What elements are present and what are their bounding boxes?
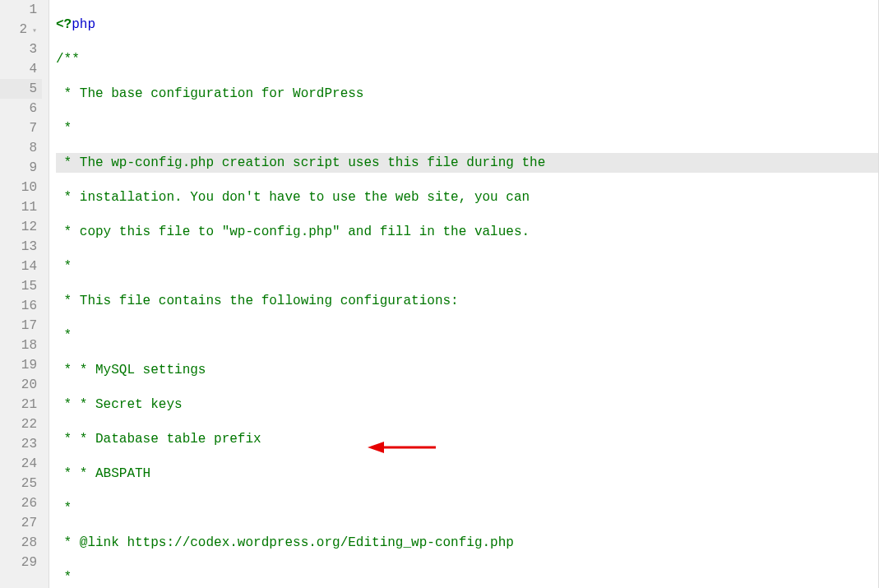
line-number: 11	[0, 197, 42, 217]
line-number: 20	[0, 375, 42, 395]
line-number: 19	[0, 355, 42, 375]
line-number: 14	[0, 257, 42, 276]
line-number: 28	[0, 533, 42, 553]
code-line-active[interactable]: * The wp-config.php creation script uses…	[56, 153, 878, 173]
line-number: 22	[0, 414, 42, 434]
code-line[interactable]: * * MySQL settings	[56, 360, 878, 380]
line-number: 17	[0, 316, 42, 336]
line-number: 13	[0, 237, 42, 257]
code-line[interactable]: *	[56, 257, 878, 276]
comment: * * Secret keys	[56, 397, 183, 412]
code-line[interactable]: * copy this file to "wp-config.php" and …	[56, 222, 878, 242]
comment: * @link https://codex.wordpress.org/Edit…	[56, 535, 514, 550]
comment: *	[56, 501, 72, 516]
line-number: 15	[0, 276, 42, 296]
line-number: 1	[0, 0, 42, 20]
line-number: 8	[0, 138, 42, 158]
comment: * * MySQL settings	[56, 363, 206, 377]
line-number: 2▾	[0, 20, 42, 39]
line-number: 26	[0, 493, 42, 513]
line-number: 27	[0, 513, 42, 533]
line-number-gutter: 1 2▾ 3 4 5 6 7 8 9 10 11 12 13 14 15 16 …	[0, 0, 49, 588]
comment: * copy this file to "wp-config.php" and …	[56, 225, 530, 239]
line-number: 12	[0, 217, 42, 237]
line-number: 24	[0, 454, 42, 474]
code-line[interactable]: *	[56, 567, 878, 587]
comment: *	[56, 328, 72, 343]
comment: *	[56, 121, 72, 136]
code-line[interactable]: * This file contains the following confi…	[56, 291, 878, 311]
code-line[interactable]: * installation. You don't have to use th…	[56, 188, 878, 207]
code-line[interactable]: * * Database table prefix	[56, 429, 878, 449]
fold-marker-icon[interactable]: ▾	[29, 21, 37, 41]
line-number: 10	[0, 178, 42, 197]
comment: * The base configuration for WordPress	[56, 86, 363, 101]
code-line[interactable]: <?php	[56, 15, 878, 35]
comment: *	[56, 259, 72, 274]
line-number: 21	[0, 395, 42, 414]
line-number: 7	[0, 118, 42, 138]
code-line[interactable]: * * ABSPATH	[56, 464, 878, 484]
line-number: 5	[0, 79, 42, 99]
comment: *	[56, 570, 72, 585]
line-number: 16	[0, 296, 42, 316]
comment: /**	[56, 52, 80, 67]
line-number: 18	[0, 336, 42, 355]
line-number: 3	[0, 39, 42, 59]
line-number: 4	[0, 59, 42, 79]
php-open-tag: <?	[56, 17, 72, 32]
comment: * The wp-config.php creation script uses…	[56, 155, 545, 170]
code-line[interactable]: *	[56, 326, 878, 345]
line-number: 6	[0, 99, 42, 118]
code-line[interactable]: * * Secret keys	[56, 395, 878, 414]
comment: * * ABSPATH	[56, 466, 150, 481]
line-number: 29	[0, 553, 42, 572]
line-number: 23	[0, 434, 42, 454]
code-line[interactable]: * The base configuration for WordPress	[56, 84, 878, 104]
line-number: 25	[0, 474, 42, 493]
code-editor-content[interactable]: <?php /** * The base configuration for W…	[49, 0, 878, 588]
code-line[interactable]: /**	[56, 49, 878, 69]
comment: * installation. You don't have to use th…	[56, 190, 530, 205]
comment: * This file contains the following confi…	[56, 294, 459, 308]
code-line[interactable]: * @link https://codex.wordpress.org/Edit…	[56, 533, 878, 553]
comment: * * Database table prefix	[56, 432, 261, 447]
code-line[interactable]: *	[56, 498, 878, 518]
code-line[interactable]: *	[56, 118, 878, 138]
line-number: 9	[0, 158, 42, 178]
php-keyword: php	[72, 17, 95, 32]
